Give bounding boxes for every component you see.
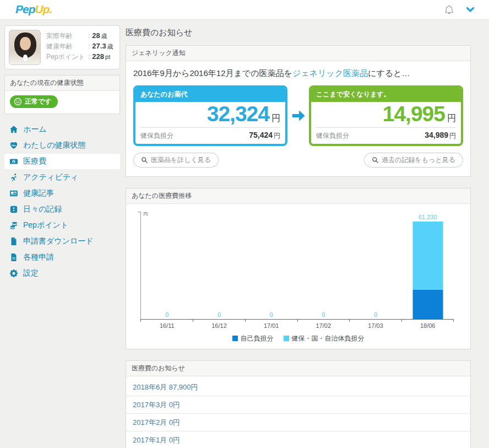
sidebar-nav-item[interactable]: ホーム: [4, 122, 120, 137]
notices-panel-header: 医療費のお知らせ: [126, 361, 470, 376]
notices-panel: 医療費のお知らせ 2018年6月 87,900円 2017年3月 0円 2017…: [126, 360, 471, 448]
account-chevron-down-icon[interactable]: [466, 7, 475, 13]
x-axis-tick: [193, 320, 193, 322]
notice-list-item[interactable]: 2018年6月 87,900円: [126, 379, 470, 396]
notice-list-item[interactable]: 2017年2月 0円: [126, 414, 470, 431]
chart-category-slot: 26,67061,230: [401, 212, 454, 320]
profile-stat-row: Pepポイント : 228 pt: [46, 52, 116, 62]
sidebar-nav-label: わたしの健康状態: [23, 141, 85, 150]
sidebar-nav-item[interactable]: わたしの健康状態: [4, 138, 120, 153]
chart-category-slot: 0: [297, 212, 350, 320]
bar-value-label: 0: [350, 311, 402, 318]
sidebar-nav-item[interactable]: Pepポイント: [4, 218, 120, 233]
sidebar-nav-label: 各種申請: [23, 252, 54, 262]
profile-stat-label: 実際年齢: [46, 31, 88, 41]
sidebar-nav-item[interactable]: 申請書ダウンロード: [4, 234, 120, 249]
y-axis: [140, 212, 141, 320]
sidebar-nav-label: 健康記事: [23, 188, 54, 198]
medical-fee-icon: [9, 157, 18, 166]
points-icon: [9, 221, 18, 230]
sidebar-nav-item[interactable]: 健康記事: [4, 186, 120, 201]
bar-value-label: 0: [297, 311, 350, 318]
stacked-bar: [412, 222, 443, 320]
x-axis-tick-label: 17/02: [297, 322, 350, 329]
sidebar-nav: ホーム わたしの健康状態 医療費 アクティビティ 健康記事: [4, 122, 120, 281]
main-content: 医療費のお知らせ ジェネリック通知 2016年9月から2016年12月までの医薬…: [126, 25, 471, 448]
profile-card: 実際年齢 : 28 歳 健康年齢 : 27.3 歳 Pepポイント : 228: [4, 25, 120, 69]
legend-item: 健保・国・自治体負担分: [284, 334, 365, 343]
logo-text-pep: Pep: [15, 3, 35, 15]
activity-icon: [9, 173, 18, 182]
bar-segment: [412, 222, 443, 290]
notice-list: 2018年6月 87,900円 2017年3月 0円 2017年2月 0円 20…: [126, 376, 470, 448]
search-icon: [141, 156, 148, 164]
sidebar-nav-item[interactable]: アクティビティ: [4, 170, 120, 185]
article-icon: [9, 189, 18, 198]
x-axis-tick: [349, 320, 350, 322]
sidebar-nav-label: Pepポイント: [23, 220, 68, 230]
sidebar-nav-item[interactable]: 設定: [4, 266, 120, 281]
daily-record-icon: [9, 205, 18, 214]
current-amount: 32,324: [207, 102, 269, 126]
sidebar-nav-label: アクティビティ: [23, 172, 78, 182]
profile-stat-value: 27.3: [92, 41, 106, 52]
x-axis-tick: [401, 320, 402, 322]
profile-stat-value: 228: [92, 52, 104, 62]
status-badge-label: 正常です: [25, 97, 52, 106]
current-medicine-cost-card: あなたのお薬代 32,324円 健保負担分 75,424円: [133, 85, 287, 146]
sidebar-nav-item[interactable]: 医療費: [4, 154, 120, 169]
notice-list-item[interactable]: 2017年3月 0円: [126, 396, 470, 414]
x-axis-tick-label: 17/01: [245, 322, 297, 329]
legend-swatch: [284, 336, 289, 341]
x-axis-tick-label: 18/06: [401, 322, 454, 329]
generic-drug-link[interactable]: ジェネリック医薬品: [292, 68, 368, 78]
heart-icon: [9, 141, 18, 150]
notice-list-item[interactable]: 2017年1月 0円: [126, 431, 470, 448]
sidebar-nav-label: 日々の記録: [23, 204, 62, 214]
current-sub-value: 75,424円: [249, 131, 280, 141]
chart-legend: 自己負担分健保・国・自治体負担分: [129, 334, 467, 343]
profile-stat-row: 健康年齢 : 27.3 歳: [46, 41, 116, 52]
settings-icon: [9, 269, 18, 278]
legend-swatch: [232, 336, 238, 341]
current-card-title: あなたのお薬代: [135, 88, 285, 102]
profile-stat-row: 実際年齢 : 28 歳: [46, 31, 116, 41]
arrow-right-icon: [287, 85, 309, 146]
medical-cost-chart-panel: あなたの医療費推移 0000026,67061,230 円 16/1116/12…: [126, 188, 471, 349]
application-icon: [9, 253, 18, 262]
savings-amount-unit: 円: [447, 114, 456, 123]
medicine-detail-button[interactable]: 医薬品を詳しく見る: [133, 153, 219, 168]
generic-sentence: 2016年9月から2016年12月までの医薬品をジェネリック医薬品にすると…: [133, 68, 463, 79]
chart-category-slot: 0: [141, 212, 193, 320]
profile-stat-unit: pt: [105, 52, 110, 62]
chart-category-slot: 0: [350, 212, 402, 320]
legend-label: 健保・国・自治体負担分: [292, 334, 365, 343]
sidebar-nav-item[interactable]: 日々の記録: [4, 202, 120, 217]
sidebar-nav-label: 設定: [23, 268, 39, 278]
sidebar-nav-label: ホーム: [23, 125, 47, 134]
pepup-logo[interactable]: PepUp.: [15, 3, 52, 16]
health-status-title: あなたの現在の健康状態: [5, 75, 119, 91]
y-axis-unit-label: 円: [143, 211, 148, 217]
profile-stat-unit: 歳: [101, 31, 107, 41]
savings-card-title: ここまで安くなります。: [311, 88, 461, 102]
generic-notice-panel: ジェネリック通知 2016年9月から2016年12月までの医薬品をジェネリック医…: [126, 45, 471, 177]
chart-category-slot: 0: [245, 212, 297, 320]
notification-bell-icon[interactable]: [444, 5, 454, 15]
savings-sub-value: 34,989円: [425, 131, 456, 141]
bar-value-label: 0: [245, 311, 297, 318]
bar-segment: [412, 290, 443, 320]
legend-item: 自己負担分: [232, 334, 274, 343]
history-more-button[interactable]: 過去の記録をもっと見る: [364, 153, 463, 168]
sidebar: 実際年齢 : 28 歳 健康年齢 : 27.3 歳 Pepポイント : 228: [4, 25, 120, 282]
savings-sub-label: 健保負担分: [316, 131, 349, 141]
sidebar-nav-label: 医療費: [23, 156, 46, 166]
current-amount-unit: 円: [271, 114, 280, 123]
sidebar-nav-item[interactable]: 各種申請: [4, 250, 120, 265]
x-axis-tick: [140, 320, 141, 322]
x-axis-tick-label: 17/03: [350, 322, 402, 329]
stacked-bar-chart: 0000026,67061,230 円 16/1116/1217/0117/02…: [140, 212, 454, 329]
bar-value-label: 0: [193, 311, 246, 318]
profile-stat-value: 28: [92, 31, 100, 41]
x-axis-tick-label: 16/11: [141, 322, 193, 329]
